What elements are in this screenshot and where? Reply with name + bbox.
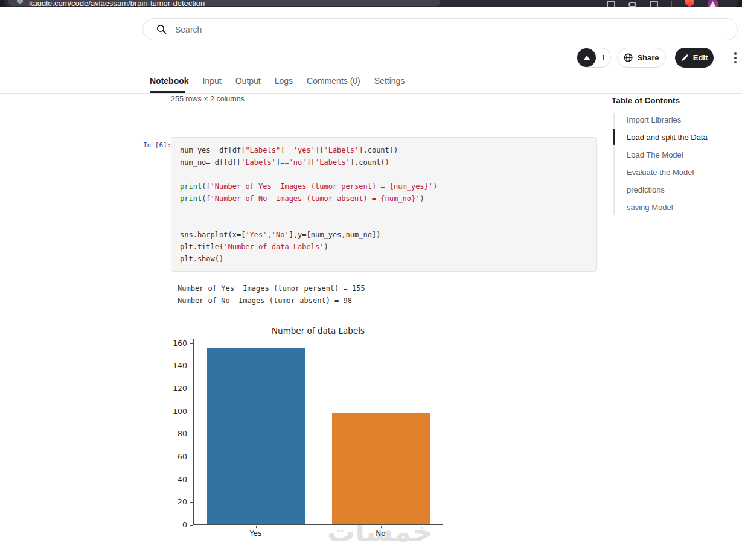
share-button[interactable]: Share [617, 48, 666, 68]
adblock-shield-icon[interactable] [685, 0, 694, 7]
y-tick-label: 160 [163, 339, 187, 348]
search-icon [156, 24, 167, 34]
chart-x-axis: YesNo [193, 525, 443, 542]
code-line: print(f'Number of Yes Images (tumor pers… [180, 180, 588, 192]
y-tick-label: 140 [163, 361, 187, 371]
tab-settings[interactable]: Settings [374, 75, 405, 92]
code-line [180, 217, 588, 229]
header-divider [0, 93, 742, 94]
browser-toolbar-inner: kaggle.com/code/aylaessam/brain-tumor-de… [4, 0, 738, 7]
browser-toolbar-icons [607, 0, 718, 7]
toc-item-saving-model[interactable]: saving Model [612, 199, 742, 216]
tab-input[interactable]: Input [203, 75, 222, 92]
upvote-button[interactable]: 1 [577, 48, 611, 68]
tab-notebook[interactable]: Notebook [150, 75, 189, 92]
search-input[interactable] [175, 25, 658, 34]
y-tick-label: 120 [163, 384, 187, 393]
output-line: Number of Yes Images (tumor persent) = 1… [178, 282, 365, 294]
edit-button[interactable]: Edit [675, 48, 714, 68]
toc-item-evaluate-the-model[interactable]: Evaluate the Model [612, 164, 742, 181]
bookmarks-icon[interactable] [607, 1, 615, 7]
code-line: sns.barplot(x=['Yes','No'],y=[num_yes,nu… [180, 229, 588, 241]
y-tick-label: 60 [163, 452, 187, 462]
code-line: num_yes= df[df["Labels"]=='yes']['Labels… [180, 144, 588, 156]
code-line: print(f'Number of No Images (tumor absen… [180, 192, 588, 205]
dataframe-shape-note: 255 rows × 2 columns [171, 95, 245, 103]
extension-icon[interactable] [650, 1, 658, 7]
kaggle-notebook-page: kaggle.com/code/aylaessam/brain-tumor-de… [0, 0, 742, 560]
code-line [180, 205, 588, 217]
avatar[interactable] [708, 0, 718, 7]
y-tick-label: 80 [163, 429, 187, 439]
browser-toolbar: kaggle.com/code/aylaessam/brain-tumor-de… [0, 0, 742, 7]
tracking-protection-shield-icon[interactable] [17, 0, 23, 4]
bar-yes [207, 348, 306, 524]
pencil-icon [681, 54, 689, 62]
globe-icon [624, 53, 633, 62]
cell-execution-prompt: In [6]: [143, 141, 171, 149]
address-bar[interactable]: kaggle.com/code/aylaessam/brain-tumor-de… [8, 0, 440, 6]
y-tick-label: 0 [163, 520, 187, 530]
more-options-icon[interactable] [731, 51, 740, 65]
notebook-tabs: NotebookInputOutputLogsComments (0)Setti… [150, 75, 405, 92]
x-tick-mark [256, 526, 257, 528]
find-icon[interactable] [628, 2, 636, 7]
code-cell[interactable]: num_yes= df[df["Labels"]=='yes']['Labels… [171, 137, 597, 272]
toc-item-load-the-model[interactable]: Load The Model [612, 146, 742, 164]
y-tick-label: 20 [163, 497, 187, 507]
chart-title: Number of data Labels [193, 326, 443, 336]
tab-logs[interactable]: Logs [275, 75, 293, 92]
toolbar-divider [671, 1, 672, 7]
x-tick-mark [381, 526, 382, 528]
output-line: Number of No Images (tumor absent) = 98 [178, 294, 365, 307]
code-line: plt.title('Number of data Labels') [180, 241, 588, 253]
page-url[interactable]: kaggle.com/code/aylaessam/brain-tumor-de… [29, 0, 205, 6]
tab-output[interactable]: Output [235, 75, 261, 92]
bar-no [332, 413, 431, 524]
cell-output-text: Number of Yes Images (tumor persent) = 1… [178, 282, 365, 307]
code-line [180, 168, 588, 180]
chart-y-axis: 020406080100120140160 [161, 339, 193, 525]
toc-title: Table of Contents [612, 96, 680, 105]
table-of-contents: Import LibrariesLoad and split the DataL… [612, 111, 742, 216]
x-tick-label: Yes [238, 529, 274, 538]
share-label: Share [637, 53, 659, 62]
toc-item-import-libraries[interactable]: Import Libraries [612, 111, 742, 129]
edit-label: Edit [693, 53, 708, 62]
code-line: num_no= df[df['Labels']=='no']['Labels']… [180, 156, 588, 168]
upvote-arrow[interactable] [577, 48, 596, 67]
x-tick-label: No [363, 529, 399, 538]
search-bar[interactable] [142, 18, 738, 40]
toc-item-predictions[interactable]: predictions [612, 181, 742, 199]
y-tick-label: 100 [163, 407, 187, 416]
bar-chart [193, 339, 443, 525]
toc-item-load-and-split-the-data[interactable]: Load and split the Data [612, 129, 742, 146]
code-line: plt.show() [180, 253, 588, 265]
upvote-count: 1 [596, 48, 610, 67]
y-tick-label: 40 [163, 475, 187, 485]
tab-comments-0[interactable]: Comments (0) [307, 75, 360, 92]
upvote-triangle-icon [583, 56, 590, 60]
